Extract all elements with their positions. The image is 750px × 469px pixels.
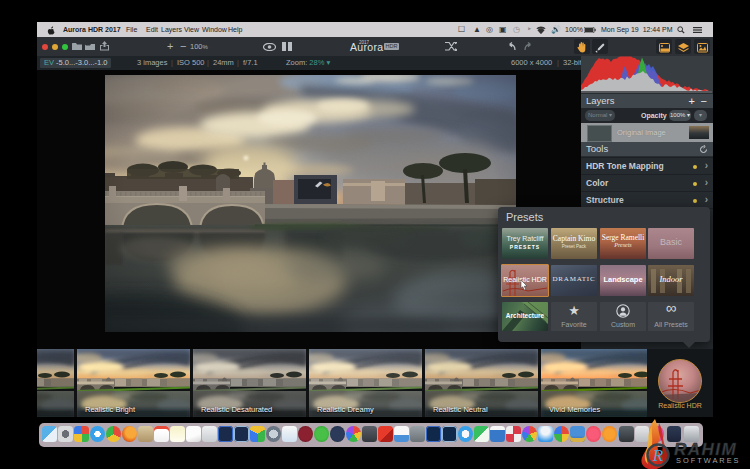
svg-text:SOFTWARES: SOFTWARES <box>676 456 741 465</box>
svg-text:R: R <box>652 446 664 465</box>
